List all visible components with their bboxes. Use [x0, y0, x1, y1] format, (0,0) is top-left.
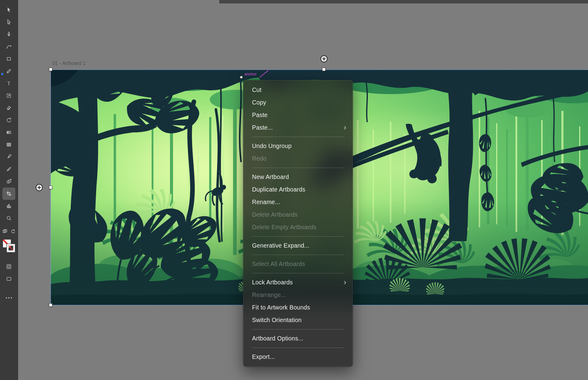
menu-item-select-all-artboards: Select All Artboards [243, 258, 352, 270]
submenu-arrow-icon: › [344, 124, 346, 131]
context-menu: Cut Copy Paste Paste...› Undo Ungroup Re… [243, 80, 353, 367]
eraser-tool-icon [6, 105, 12, 111]
fill-stroke-swatches [2, 239, 16, 255]
menu-separator [252, 273, 344, 273]
menu-item-duplicate-artboards[interactable]: Duplicate Artboards [243, 183, 352, 196]
menu-item-redo: Redo [243, 152, 352, 165]
menu-item-copy[interactable]: Copy [243, 96, 352, 109]
shape-builder-tool-icon [6, 178, 12, 184]
graph-tool-icon [6, 203, 12, 209]
path-segment-guide [258, 69, 270, 78]
menu-item-artboard-options[interactable]: Artboard Options... [243, 332, 352, 345]
tool-eraser[interactable] [2, 102, 15, 114]
menu-item-lock-artboards[interactable]: Lock Artboards› [243, 276, 352, 289]
mesh-tool-icon [6, 142, 12, 148]
screen-mode-icon [6, 276, 12, 282]
menu-separator [252, 168, 344, 168]
rotate-tool-icon [6, 117, 12, 123]
tool-type[interactable]: T [2, 77, 15, 89]
menu-separator [252, 236, 344, 237]
tool-gradient[interactable] [2, 126, 15, 139]
handle-bottom-left[interactable] [49, 303, 52, 307]
menu-separator [252, 348, 344, 348]
tool-mesh[interactable] [2, 139, 15, 151]
gradient-tool-icon [6, 129, 12, 135]
svg-text:T: T [7, 81, 10, 86]
active-tool-indicator-dot [1, 73, 3, 75]
tool-direct-selection[interactable] [2, 16, 15, 28]
rotate-view-icon[interactable] [10, 229, 16, 234]
pencil-tool-icon [6, 68, 12, 74]
menu-item-generative-expand[interactable]: Generative Expand... [243, 239, 352, 252]
plus-circle-icon [35, 184, 43, 192]
tool-eyedropper[interactable] [2, 151, 15, 163]
menu-item-rearrange: Rearrange... [243, 289, 352, 301]
paintbrush-tool-icon [6, 166, 12, 172]
stroke-swatch-none[interactable] [7, 244, 15, 252]
artboard-tool-icon [6, 191, 12, 197]
curvature-tool-icon [6, 44, 12, 50]
handle-mid-left[interactable] [49, 186, 52, 189]
add-artboard-button-top[interactable] [320, 55, 328, 63]
tool-selection[interactable] [2, 4, 15, 16]
draw-mode-button[interactable] [2, 260, 15, 273]
tool-graph[interactable] [2, 200, 15, 212]
eyedropper-tool-icon [6, 154, 12, 160]
tool-free-transform[interactable] [2, 89, 15, 102]
menu-separator [252, 137, 344, 137]
handle-top-mid[interactable] [322, 68, 326, 71]
tool-rotate[interactable] [2, 114, 15, 126]
tool-pen[interactable] [2, 28, 15, 40]
menu-item-undo-ungroup[interactable]: Undo Ungroup [243, 140, 352, 152]
menu-item-new-artboard[interactable]: New Artboard [243, 171, 352, 183]
menu-item-delete-empty-artboards: Delete Empty Artboards [243, 221, 352, 234]
menu-item-rename[interactable]: Rename... [243, 196, 352, 208]
rectangle-tool-icon [6, 56, 12, 62]
submenu-arrow-icon: › [344, 279, 346, 286]
add-artboard-button-left[interactable] [35, 184, 43, 192]
menu-item-fit-to-artwork-bounds[interactable]: Fit to Artwork Bounds [243, 301, 352, 314]
selection-tool-icon [6, 7, 12, 13]
menu-item-delete-artboards: Delete Artboards [243, 208, 352, 221]
menu-item-switch-orientation[interactable]: Switch Orientation [243, 314, 352, 326]
change-view-icon[interactable] [2, 229, 8, 234]
toolbar: T [0, 0, 18, 380]
menu-item-paste[interactable]: Paste [243, 109, 352, 121]
plus-circle-icon [320, 55, 328, 63]
artboard-label[interactable]: 01 - Artboard 1 [52, 61, 86, 66]
direct-selection-tool-icon [6, 19, 12, 25]
menu-item-cut[interactable]: Cut [243, 84, 352, 96]
tool-shape-builder[interactable] [2, 175, 15, 188]
menu-item-export[interactable]: Export... [243, 351, 352, 363]
tool-paintbrush[interactable] [2, 163, 15, 175]
screen-mode-button[interactable] [2, 273, 15, 285]
zoom-tool-icon [6, 215, 12, 221]
free-transform-tool-icon [6, 93, 12, 99]
pen-tool-icon [6, 31, 12, 37]
menu-separator [252, 255, 344, 255]
menu-item-paste-special[interactable]: Paste...› [243, 121, 352, 134]
window-top-strip [219, 0, 588, 3]
menu-separator [252, 329, 344, 329]
tool-artboard[interactable] [2, 188, 15, 200]
more-tools-button[interactable] [6, 297, 12, 298]
toolbar-mini-row [2, 229, 16, 234]
tool-pencil[interactable] [2, 65, 15, 77]
tool-zoom[interactable] [2, 212, 15, 224]
anchor-point-handle[interactable] [240, 76, 243, 78]
tool-curvature[interactable] [2, 40, 15, 53]
draw-normal-icon [6, 264, 12, 270]
type-tool-icon: T [6, 80, 12, 86]
handle-top-left[interactable] [49, 68, 52, 71]
tool-rectangle[interactable] [2, 53, 15, 65]
anchor-label: anchor [244, 72, 257, 76]
